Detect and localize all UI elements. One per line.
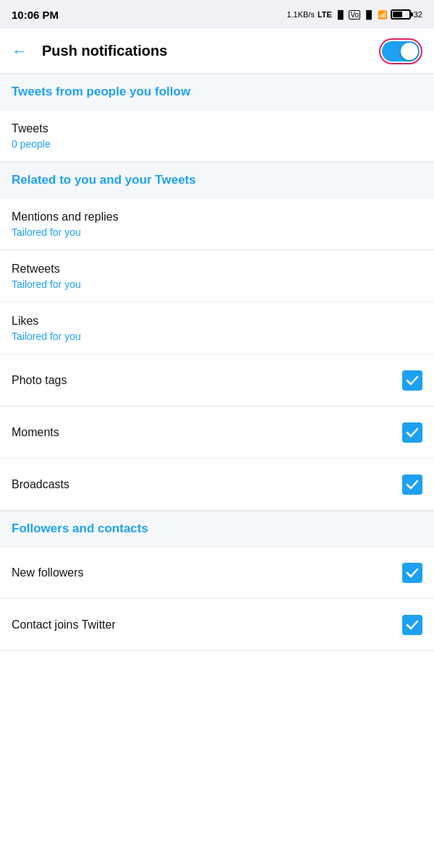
- retweets-content: Retweets Tailored for you: [12, 263, 81, 290]
- push-notifications-toggle-container: [379, 38, 422, 64]
- moments-title: Moments: [12, 426, 59, 439]
- status-bar: 10:06 PM 1.1KB/s LTE ▐▌ Vo ▐▌ 📶 32: [0, 0, 434, 29]
- contact-joins-title: Contact joins Twitter: [12, 618, 116, 631]
- section-tweets-from-follow: Tweets from people you follow: [0, 74, 434, 110]
- list-item-likes[interactable]: Likes Tailored for you: [0, 302, 434, 354]
- wifi-icon: 📶: [378, 10, 388, 20]
- list-item-retweets[interactable]: Retweets Tailored for you: [0, 250, 434, 302]
- list-item-photo-tags[interactable]: Photo tags: [0, 354, 434, 407]
- checkmark-icon: [406, 426, 419, 439]
- retweets-subtitle: Tailored for you: [12, 278, 81, 290]
- new-followers-title: New followers: [12, 566, 84, 579]
- network-speed: 1.1KB/s: [286, 10, 315, 19]
- broadcasts-checkbox[interactable]: [402, 475, 422, 495]
- list-item-tweets-content: Tweets 0 people: [12, 122, 51, 150]
- toggle-knob: [401, 43, 418, 60]
- battery-fill: [393, 12, 402, 17]
- moments-checkbox[interactable]: [402, 422, 422, 443]
- battery-percent: 32: [414, 10, 422, 19]
- section-followers: Followers and contacts: [0, 511, 434, 547]
- section-related: Related to you and your Tweets: [0, 162, 434, 198]
- back-button[interactable]: ←: [12, 42, 27, 61]
- checkmark-icon: [406, 478, 419, 491]
- list-item-new-followers[interactable]: New followers: [0, 547, 434, 599]
- retweets-title: Retweets: [12, 263, 81, 276]
- mentions-title: Mentions and replies: [12, 210, 119, 224]
- tweets-subtitle: 0 people: [12, 138, 51, 150]
- likes-content: Likes Tailored for you: [12, 315, 81, 342]
- battery-icon: [391, 9, 411, 20]
- likes-subtitle: Tailored for you: [12, 331, 81, 342]
- signal-bars-2: ▐▌: [363, 10, 375, 19]
- photo-tags-checkbox[interactable]: [402, 370, 422, 391]
- mentions-content: Mentions and replies Tailored for you: [12, 210, 119, 238]
- broadcasts-content: Broadcasts: [12, 478, 69, 491]
- contact-joins-content: Contact joins Twitter: [12, 618, 116, 631]
- photo-tags-content: Photo tags: [12, 374, 67, 387]
- contact-joins-checkbox[interactable]: [402, 615, 422, 635]
- broadcasts-title: Broadcasts: [12, 478, 69, 491]
- list-item-tweets[interactable]: Tweets 0 people: [0, 110, 434, 162]
- status-icons: 1.1KB/s LTE ▐▌ Vo ▐▌ 📶 32: [286, 9, 422, 20]
- tweets-title: Tweets: [12, 122, 51, 135]
- header: ← Push notifications: [0, 29, 434, 74]
- content: Tweets from people you follow Tweets 0 p…: [0, 74, 434, 651]
- section-tweets-from-follow-title: Tweets from people you follow: [12, 85, 190, 98]
- push-notifications-toggle[interactable]: [382, 41, 420, 61]
- section-followers-title: Followers and contacts: [12, 522, 148, 535]
- checkmark-icon: [406, 618, 419, 631]
- checkmark-icon: [406, 374, 419, 387]
- new-followers-checkbox[interactable]: [402, 563, 422, 583]
- section-related-title: Related to you and your Tweets: [12, 173, 196, 187]
- list-item-contact-joins[interactable]: Contact joins Twitter: [0, 599, 434, 651]
- moments-content: Moments: [12, 426, 59, 439]
- new-followers-content: New followers: [12, 566, 84, 579]
- signal-bars-1: ▐▌: [335, 10, 346, 19]
- list-item-broadcasts[interactable]: Broadcasts: [0, 459, 434, 511]
- mentions-subtitle: Tailored for you: [12, 226, 119, 238]
- checkmark-icon: [406, 566, 419, 579]
- vo-icon: Vo: [349, 10, 360, 20]
- list-item-moments[interactable]: Moments: [0, 407, 434, 459]
- status-time: 10:06 PM: [12, 9, 59, 21]
- list-item-mentions[interactable]: Mentions and replies Tailored for you: [0, 198, 434, 250]
- page-title: Push notifications: [42, 43, 167, 59]
- likes-title: Likes: [12, 315, 81, 328]
- photo-tags-title: Photo tags: [12, 374, 67, 387]
- header-left: ← Push notifications: [12, 42, 167, 61]
- lte-icon: LTE: [318, 10, 332, 19]
